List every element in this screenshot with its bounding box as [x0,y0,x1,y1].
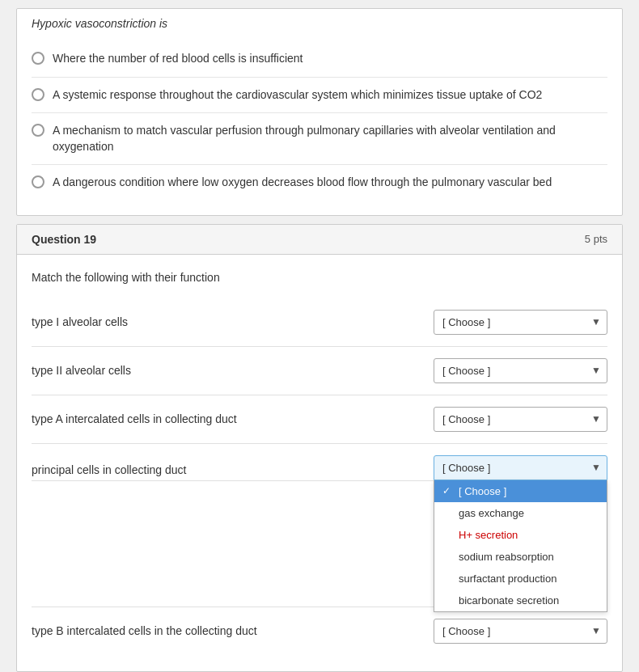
radio-circle-3[interactable] [32,124,44,137]
dropdown-item-bicarbonate[interactable]: bicarbonate secretion [434,590,607,611]
match-row-typeB: type B intercalated cells in the collect… [32,606,607,655]
dropdown-item-label-bicarb: bicarbonate secretion [459,594,559,606]
match-label-typeB: type B intercalated cells in the collect… [32,624,434,637]
q18-option-label-2: A systemic response throughout the cardi… [53,87,542,104]
match-label-type1: type I alveolar cells [32,315,434,328]
match-select-typeA[interactable]: [ Choose ] gas exchange H+ secretion sod… [434,407,607,432]
dropdown-list-principal: ✓ [ Choose ] gas exchange H+ secretion [434,480,607,612]
match-select-typeB[interactable]: [ Choose ] gas exchange H+ secretion sod… [434,619,607,644]
dropdown-item-surfactant[interactable]: surfactant production [434,568,607,590]
q18-option-3[interactable]: A mechanism to match vascular perfusion … [32,113,607,165]
page-container: Hypoxic vasoconstriction is Where the nu… [0,0,639,672]
q19-intro: Match the following with their function [32,271,607,284]
dropdown-item-label-sodium: sodium reabsorption [459,551,554,563]
match-select-type1[interactable]: [ Choose ] gas exchange H+ secretion sod… [434,310,607,335]
match-select-type2[interactable]: [ Choose ] gas exchange H+ secretion sod… [434,358,607,383]
match-label-typeA: type A intercalated cells in collecting … [32,412,434,425]
q19-card: Question 19 5 pts Match the following wi… [16,224,623,672]
q18-title: Hypoxic vasoconstriction is [32,17,607,30]
radio-circle-2[interactable] [32,88,44,101]
q19-header: Question 19 5 pts [17,225,622,255]
select-wrapper-type1: [ Choose ] gas exchange H+ secretion sod… [434,310,607,335]
dropdown-item-h-secretion[interactable]: H+ secretion [434,524,607,546]
match-row-typeA: type A intercalated cells in collecting … [32,395,607,444]
q18-card: Hypoxic vasoconstriction is Where the nu… [16,8,623,216]
radio-circle-4[interactable] [32,175,44,188]
dropdown-item-label-gas: gas exchange [459,507,524,519]
match-label-type2: type II alveolar cells [32,364,434,377]
match-row-type1: type I alveolar cells [ Choose ] gas exc… [32,298,607,347]
q18-option-label-1: Where the number of red blood cells is i… [53,51,303,67]
q18-option-1[interactable]: Where the number of red blood cells is i… [32,41,607,78]
select-wrapper-typeB: [ Choose ] gas exchange H+ secretion sod… [434,619,607,644]
q19-points: 5 pts [585,233,607,245]
select-wrapper-type2: [ Choose ] gas exchange H+ secretion sod… [434,358,607,383]
match-label-principal: principal cells in collecting duct [32,463,434,476]
dropdown-open-container-principal: [ Choose ] ▼ ✓ [ Choose ] gas exchange [434,455,607,480]
q18-option-label-4: A dangerous condition where low oxygen d… [53,175,552,191]
dropdown-item-gas-exchange[interactable]: gas exchange [434,502,607,524]
dropdown-item-sodium[interactable]: sodium reabsorption [434,546,607,568]
q18-body: Hypoxic vasoconstriction is Where the nu… [17,9,622,215]
q19-body: Match the following with their function … [17,255,622,671]
q18-option-4[interactable]: A dangerous condition where low oxygen d… [32,165,607,201]
q18-option-2[interactable]: A systemic response throughout the cardi… [32,78,607,114]
dropdown-item-label-h: H+ secretion [459,529,518,541]
match-row-principal: principal cells in collecting duct [ Cho… [32,444,607,481]
dropdown-item-label-choose: [ Choose ] [459,485,506,497]
radio-circle-1[interactable] [32,52,44,65]
match-select-principal[interactable]: [ Choose ] [434,455,607,480]
q18-option-label-3: A mechanism to match vascular perfusion … [53,123,607,154]
select-wrapper-typeA: [ Choose ] gas exchange H+ secretion sod… [434,407,607,432]
dropdown-item-label-surfactant: surfactant production [459,573,556,585]
check-icon: ✓ [442,485,454,497]
match-row-type2: type II alveolar cells [ Choose ] gas ex… [32,347,607,395]
dropdown-item-choose[interactable]: ✓ [ Choose ] [434,480,607,502]
q19-title: Question 19 [32,233,96,246]
